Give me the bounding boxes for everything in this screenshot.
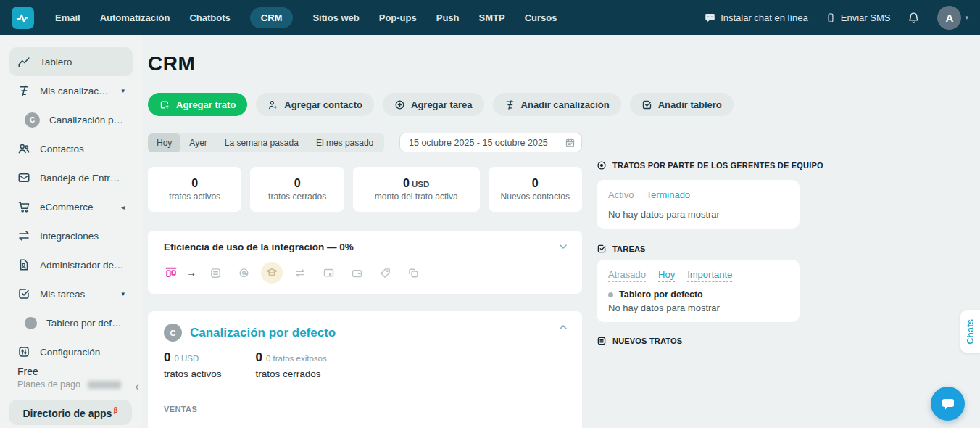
phone-icon: [826, 12, 836, 23]
copy-duplicate-icon[interactable]: [402, 262, 424, 284]
sidebar-item-label: Bandeja de Entrada: [40, 173, 125, 184]
crm-dashboard-screen: Email Automatización Chatbots CRM Sitios…: [0, 0, 980, 428]
integration-efficiency-card: Eficiencia de uso de la integración — 0%…: [148, 231, 582, 294]
tab-hoy[interactable]: Hoy: [658, 269, 675, 282]
action-buttons-row: Agregar trato Agregar contacto Agregar t…: [148, 93, 582, 116]
nav-item-smtp[interactable]: SMTP: [479, 12, 505, 23]
tab-atrasado[interactable]: Atrasado: [608, 269, 646, 282]
promo-tag-icon[interactable]: [374, 262, 396, 284]
chevron-up-icon[interactable]: [557, 321, 569, 333]
board-row[interactable]: Tablero por defecto: [608, 289, 788, 300]
stat-sub: 0 USD: [174, 354, 199, 363]
nav-item-popups[interactable]: Pop-ups: [379, 12, 417, 23]
sidebar-item-administrador[interactable]: Administrador de ...: [9, 250, 133, 279]
sidebar-item-tablero[interactable]: Tablero: [9, 47, 133, 76]
board-label: Tablero por defecto: [619, 289, 703, 300]
pipeline-title-link[interactable]: Canalización por defecto: [190, 326, 336, 340]
nav-item-crm[interactable]: CRM: [250, 7, 294, 28]
pipeline-avatar: C: [25, 112, 40, 128]
nav-item-chatbots[interactable]: Chatbots: [189, 12, 230, 23]
button-label: Agregar trato: [176, 99, 236, 110]
education-icon[interactable]: [261, 262, 283, 284]
sidebar-item-integraciones[interactable]: Integraciones: [9, 221, 133, 250]
filter-hoy[interactable]: Hoy: [148, 133, 180, 152]
nav-item-push[interactable]: Push: [436, 12, 460, 23]
sidebar-item-label: Tablero: [40, 57, 72, 67]
integration-card-title: Eficiencia de uso de la integración — 0%: [164, 242, 568, 252]
tab-importante[interactable]: Importante: [687, 269, 732, 282]
landing-builder-icon[interactable]: [317, 262, 339, 284]
sidebar-item-bandeja-de-entrada[interactable]: Bandeja de Entrada: [9, 163, 133, 192]
sidebar-item-ecommerce[interactable]: eCommerce ◂: [9, 192, 133, 221]
stat-card-deal-amount: 0USD monto del trato activa: [353, 167, 480, 212]
chevron-down-icon: ▾: [121, 87, 125, 94]
nav-item-email[interactable]: Email: [55, 12, 80, 23]
stat-label: Nuevos contactos: [501, 192, 570, 202]
tab-terminado[interactable]: Terminado: [646, 189, 690, 202]
apps-directory-button[interactable]: Directorio de appsβ: [9, 400, 132, 425]
notifications-bell-icon[interactable]: [908, 12, 920, 24]
sidebar-item-tablero-por-defecto[interactable]: Tablero por defec...: [9, 308, 133, 337]
send-sms-link[interactable]: Enviar SMS: [826, 12, 891, 23]
stat-value: 0: [294, 177, 301, 189]
top-navigation-bar: Email Automatización Chatbots CRM Sitios…: [0, 0, 980, 35]
stat-value: 0: [403, 177, 410, 189]
chevron-down-icon[interactable]: [557, 241, 569, 252]
add-task-button[interactable]: Agregar tarea: [383, 93, 484, 116]
filter-semana-pasada[interactable]: La semana pasada: [216, 133, 307, 152]
live-chat-fab[interactable]: [931, 387, 965, 421]
pulse-icon: [16, 11, 30, 25]
pipeline-stats: 00 USD tratos activos 00 tratos exitosos…: [164, 350, 566, 379]
page-title: CRM: [148, 51, 582, 77]
crm-board-icon[interactable]: [164, 266, 178, 280]
filter-mes-pasado[interactable]: El mes pasado: [307, 133, 382, 152]
account-menu[interactable]: A ▾: [937, 6, 968, 30]
add-deal-button[interactable]: Agregar trato: [148, 93, 247, 116]
add-board-icon: [641, 99, 652, 110]
chat-mention-icon[interactable]: [233, 262, 254, 284]
sidebar-item-contactos[interactable]: Contactos: [9, 134, 133, 163]
inbox-envelope-icon: [17, 171, 30, 184]
wallet-icon[interactable]: [346, 262, 368, 284]
install-chat-link[interactable]: Instalar chat en línea: [705, 12, 808, 23]
add-pipeline-button[interactable]: Añadir canalización: [493, 93, 621, 116]
integration-icons-row: →: [164, 262, 568, 284]
filter-3-meses[interactable]: Últimos 3 meses: [382, 133, 384, 152]
sidebar-item-label: Tablero por defec...: [46, 318, 125, 329]
nav-item-sitios-web[interactable]: Sitios web: [312, 12, 359, 23]
sidebar-item-label: eCommerce: [40, 202, 94, 213]
subscribers-card-icon[interactable]: [204, 262, 226, 284]
tab-activo[interactable]: Activo: [608, 189, 634, 202]
nav-item-automatizacion[interactable]: Automatización: [100, 12, 170, 23]
stat-value: 0: [191, 177, 198, 189]
section-title: NUEVOS TRATOS: [612, 337, 682, 345]
period-segmented-control: Hoy Ayer La semana pasada El mes pasado …: [148, 133, 384, 152]
chats-side-tab[interactable]: Chats: [960, 310, 980, 353]
admin-document-icon: [17, 258, 30, 271]
pricing-plans-link[interactable]: Planes de pago: [17, 379, 80, 390]
stat-value: 0: [256, 350, 262, 364]
pipeline-stage-header: VENTAS: [164, 405, 566, 413]
button-label: Añadir tablero: [658, 99, 722, 110]
settings-sliders-icon: [17, 345, 30, 358]
sidebar-collapse-button[interactable]: ‹: [135, 380, 139, 392]
sendpulse-logo[interactable]: [12, 7, 34, 29]
integrations-swap-icon: [17, 229, 30, 242]
add-board-button[interactable]: Añadir tablero: [630, 93, 734, 116]
sidebar-item-canalizacion-por-defecto[interactable]: C Canalización por...: [9, 105, 133, 134]
add-contact-button[interactable]: Agregar contacto: [256, 93, 374, 116]
top-nav-menu: Email Automatización Chatbots CRM Sitios…: [55, 7, 557, 28]
automation-swap-icon[interactable]: [289, 262, 311, 284]
sidebar-item-mis-canalizaciones[interactable]: Mis canalizaciones ▾: [9, 76, 133, 105]
date-range-input[interactable]: [399, 133, 582, 152]
right-panel: TRATOS POR PARTE DE LOS GERENTES DE EQUI…: [597, 160, 800, 346]
stat-unit: USD: [412, 180, 429, 189]
nav-item-cursos[interactable]: Cursos: [525, 12, 557, 23]
calendar-icon[interactable]: [565, 137, 576, 148]
send-sms-label: Enviar SMS: [841, 12, 891, 23]
date-filters-row: Hoy Ayer La semana pasada El mes pasado …: [148, 133, 582, 152]
filter-ayer[interactable]: Ayer: [180, 133, 215, 152]
chevron-down-icon: ▾: [965, 14, 968, 21]
sidebar-item-mis-tareas[interactable]: Mis tareas ▾: [9, 279, 133, 308]
beta-badge: β: [113, 406, 117, 414]
